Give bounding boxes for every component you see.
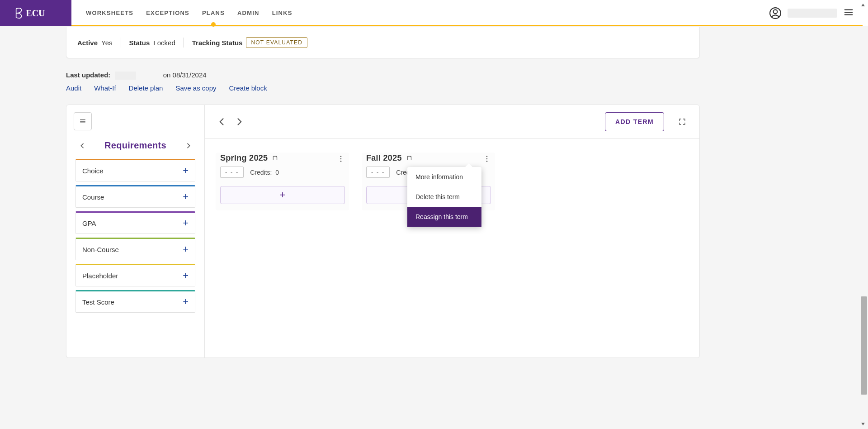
svg-point-10 (340, 156, 342, 157)
note-icon[interactable] (406, 155, 413, 162)
add-icon[interactable]: + (183, 244, 189, 254)
add-course-button[interactable]: + (220, 186, 345, 204)
req-item-choice: Choice + (75, 159, 195, 181)
term-context-menu: More information Delete this term Reassi… (407, 167, 481, 227)
status-active: Active Yes (77, 39, 113, 47)
sidebar-title: Requirements (104, 140, 166, 151)
add-term-button[interactable]: ADD TERM (605, 112, 664, 131)
req-item-course: Course + (75, 185, 195, 208)
status-active-label: Active (77, 39, 98, 47)
note-icon[interactable] (272, 155, 278, 162)
svg-point-2 (774, 10, 778, 14)
terms-row: Spring 2025 - - - Credits: 0 (205, 139, 699, 224)
nav-tab-exceptions[interactable]: EXCEPTIONS (140, 0, 196, 26)
tracking-badge: NOT EVALUATED (246, 37, 307, 48)
page-scrollbar (860, 0, 868, 358)
req-item-label: Placeholder (82, 272, 118, 280)
svg-point-16 (486, 161, 488, 162)
term-menu-button[interactable] (335, 153, 346, 164)
svg-point-11 (340, 158, 342, 160)
top-nav: ECU WORKSHEETS EXCEPTIONS PLANS ADMIN LI… (0, 0, 868, 26)
expand-button[interactable] (676, 115, 689, 128)
terms-next-button[interactable] (233, 115, 245, 128)
last-updated-user-placeholder (115, 72, 136, 80)
divider (184, 38, 184, 48)
status-lock: Status Locked (129, 39, 175, 47)
ctx-delete-term[interactable]: Delete this term (407, 187, 481, 207)
req-item-label: Test Score (82, 298, 114, 306)
planner-toolbar: ADD TERM (205, 105, 699, 139)
term-card-spring-2025: Spring 2025 - - - Credits: 0 (216, 153, 349, 210)
term-title: Fall 2025 (366, 153, 402, 163)
sidebar-toggle-button[interactable] (74, 112, 92, 130)
req-item-label: Non-Course (82, 246, 119, 253)
status-lock-label: Status (129, 39, 150, 47)
terms-prev-button[interactable] (216, 115, 228, 128)
add-icon[interactable]: + (183, 218, 189, 228)
status-active-value: Yes (101, 39, 112, 47)
nav-tab-admin[interactable]: ADMIN (231, 0, 266, 26)
req-item-noncourse: Non-Course + (75, 238, 195, 260)
term-status-selector[interactable]: - - - (220, 167, 244, 178)
req-item-gpa: GPA + (75, 211, 195, 234)
req-item-placeholder: Placeholder + (75, 264, 195, 286)
ctx-reassign-term[interactable]: Reassign this term (407, 207, 481, 227)
divider (121, 38, 121, 48)
status-tracking: Tracking Status NOT EVALUATED (192, 37, 307, 48)
nav-tabs: WORKSHEETS EXCEPTIONS PLANS ADMIN LINKS (80, 0, 299, 26)
user-icon[interactable] (769, 7, 781, 19)
req-item-label: Choice (82, 167, 104, 175)
link-audit[interactable]: Audit (66, 84, 81, 92)
add-icon[interactable]: + (183, 192, 189, 202)
sidebar-chev-left[interactable] (77, 141, 87, 151)
user-name-placeholder (788, 9, 837, 18)
requirements-list: Choice + Course + GPA + Non-Course + Pla… (74, 159, 197, 313)
sidebar-header: Requirements (74, 140, 197, 151)
term-menu-button[interactable] (481, 153, 492, 164)
svg-text:ECU: ECU (26, 8, 45, 18)
svg-point-12 (340, 161, 342, 162)
req-item-label: Course (82, 193, 104, 201)
action-links: Audit What-If Delete plan Save as copy C… (66, 84, 700, 92)
nav-tab-worksheets[interactable]: WORKSHEETS (80, 0, 140, 26)
ctx-more-information[interactable]: More information (407, 167, 481, 187)
link-whatif[interactable]: What-If (94, 84, 116, 92)
status-lock-value: Locked (153, 39, 175, 47)
add-icon[interactable]: + (183, 271, 189, 281)
menu-icon[interactable] (844, 7, 854, 19)
scrollbar-track[interactable] (861, 10, 867, 358)
link-save-as-copy[interactable]: Save as copy (175, 84, 216, 92)
last-updated-label: Last updated: (66, 71, 110, 79)
term-status-selector[interactable]: - - - (366, 167, 390, 178)
status-card: Active Yes Status Locked Tracking Status… (66, 27, 700, 58)
scrollbar-thumb[interactable] (861, 296, 867, 358)
status-tracking-label: Tracking Status (192, 39, 243, 47)
planner-main: ADD TERM Spring 2025 (205, 105, 699, 358)
planner-sidebar: Requirements Choice + Course + GPA + (66, 105, 205, 358)
planner-card: Requirements Choice + Course + GPA + (66, 105, 700, 358)
last-updated-on: on 08/31/2024 (163, 71, 207, 79)
link-create-block[interactable]: Create block (229, 84, 267, 92)
link-delete-plan[interactable]: Delete plan (129, 84, 163, 92)
svg-point-14 (486, 156, 488, 157)
add-icon[interactable]: + (183, 166, 189, 176)
sidebar-chev-right[interactable] (184, 141, 193, 151)
term-title: Spring 2025 (220, 153, 268, 163)
nav-tab-plans[interactable]: PLANS (196, 0, 231, 26)
req-item-testscore: Test Score + (75, 290, 195, 313)
nav-right (769, 7, 868, 19)
svg-marker-17 (861, 4, 865, 6)
credits-label: Credits: 0 (250, 169, 279, 176)
last-updated-row: Last updated: on 08/31/2024 (66, 71, 700, 80)
scroll-up-icon[interactable] (859, 1, 867, 9)
nav-tab-links[interactable]: LINKS (266, 0, 299, 26)
brand-logo[interactable]: ECU (0, 0, 71, 26)
req-item-label: GPA (82, 219, 96, 227)
svg-point-15 (486, 158, 488, 160)
add-icon[interactable]: + (183, 297, 189, 307)
